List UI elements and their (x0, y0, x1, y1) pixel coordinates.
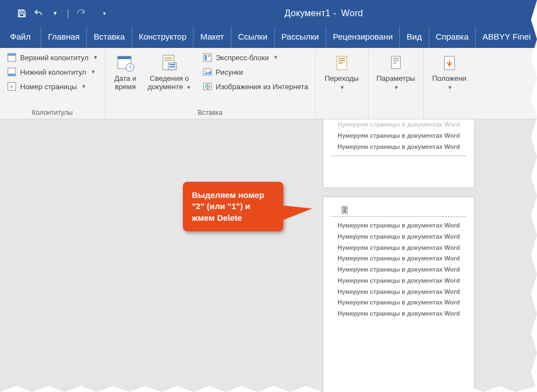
quick-parts-icon (202, 52, 212, 62)
online-picture-icon (202, 81, 212, 91)
position-button[interactable]: Положени▼ (428, 51, 471, 94)
svg-rect-16 (170, 66, 175, 67)
chevron-down-icon: ▼ (338, 85, 345, 90)
body-text: Нумеруем страницы в документах Word (323, 275, 474, 287)
svg-rect-19 (208, 55, 210, 57)
tab-mailings[interactable]: Рассылки (275, 27, 326, 48)
tab-review[interactable]: Рецензировани (326, 27, 400, 48)
svg-point-21 (205, 70, 206, 72)
page-number-value[interactable]: 2 (341, 206, 348, 214)
svg-rect-9 (118, 56, 131, 59)
svg-rect-1 (20, 14, 24, 17)
document-info-icon (160, 54, 179, 72)
date-time-button[interactable]: Дата ивремя (110, 51, 141, 94)
group-insert: Дата ивремя Сведения одокументе ▼ Экспре… (105, 48, 316, 119)
chevron-down-icon: ▼ (446, 85, 452, 90)
header-icon (7, 52, 17, 62)
page-number-field[interactable]: 2 (323, 203, 474, 216)
undo-dropdown-icon[interactable]: ▼ (49, 7, 61, 20)
body-text: Нумеруем страницы в документах Word (323, 253, 474, 264)
tab-layout[interactable]: Макет (193, 27, 231, 48)
app-name: Word (339, 8, 363, 18)
group-options: Параметры▼ (369, 48, 424, 119)
tab-references[interactable]: Ссылки (231, 27, 275, 48)
online-pictures-button[interactable]: Изображения из Интернета (200, 80, 311, 93)
body-text: Нумеруем страницы в документах Word (323, 297, 474, 308)
group-position: Положени▼ (424, 48, 475, 119)
title-bar: ▼ | ▾ Документ1 - Word (0, 0, 537, 27)
ribbon: Верхний колонтитул▼ Нижний колонтитул▼ #… (0, 48, 537, 119)
qat-separator: | (66, 8, 70, 18)
group-label: Вставка (110, 107, 311, 118)
body-text: Нумеруем страницы в документах Word (323, 220, 474, 231)
document-info-button[interactable]: Сведения одокументе ▼ (144, 51, 195, 94)
pictures-button[interactable]: Рисунки (200, 66, 311, 78)
body-text: Нумеруем страницы в документах Word (323, 287, 474, 298)
svg-text:#: # (10, 84, 13, 90)
tab-home[interactable]: Главная (41, 27, 87, 48)
annotation-callout: Выделяем номер "2" (или "1") и жмем Dele… (183, 182, 283, 231)
window-title: Документ1 - Word (110, 8, 537, 18)
position-icon (440, 54, 459, 72)
svg-rect-18 (205, 55, 207, 60)
header-button[interactable]: Верхний колонтитул▼ (4, 51, 100, 64)
footer-button[interactable]: Нижний колонтитул▼ (4, 66, 100, 78)
calendar-icon (116, 54, 135, 72)
tab-help[interactable]: Справка (429, 27, 476, 48)
svg-rect-31 (393, 62, 396, 64)
tab-view[interactable]: Вид (400, 27, 429, 48)
footer-icon (7, 67, 17, 77)
body-text: Нумеруем страницы в документах Word (323, 308, 474, 320)
tab-design[interactable]: Конструктор (132, 27, 194, 48)
document-page-1[interactable]: Нумеруем страницы в документах Word Нуме… (323, 119, 474, 187)
svg-rect-0 (20, 10, 23, 12)
quick-access-toolbar: ▼ | ▾ (0, 7, 110, 20)
body-text: Нумеруем страницы в документах Word (323, 231, 474, 243)
chevron-down-icon: ▼ (185, 85, 191, 90)
svg-rect-26 (338, 60, 345, 61)
group-navigation: Переходы▼ (316, 48, 369, 119)
redo-icon[interactable] (75, 7, 87, 20)
group-header-footer: Верхний колонтитул▼ Нижний колонтитул▼ #… (0, 48, 105, 119)
svg-rect-13 (165, 60, 172, 61)
document-name: Документ1 (284, 8, 331, 18)
annotation-text: Выделяем номер "2" (или "1") и жмем Dele… (192, 190, 264, 222)
quick-parts-button[interactable]: Экспресс-блоки▼ (200, 51, 311, 64)
document-area[interactable]: Нумеруем страницы в документах Word Нуме… (0, 119, 537, 392)
chevron-down-icon: ▼ (393, 85, 399, 90)
tab-abbyy[interactable]: ABBYY Finei (476, 27, 537, 48)
undo-icon[interactable] (32, 7, 45, 20)
group-label: Колонтитулы (4, 107, 100, 118)
save-icon[interactable] (16, 7, 28, 20)
body-text: Нумеруем страницы в документах Word (323, 142, 474, 153)
header-separator (331, 216, 466, 217)
picture-icon (202, 67, 212, 77)
tab-file[interactable]: Файл (0, 27, 41, 48)
navigation-button[interactable]: Переходы▼ (320, 51, 364, 94)
chevron-down-icon: ▼ (92, 55, 98, 60)
navigation-icon (332, 54, 351, 72)
svg-rect-3 (8, 54, 16, 56)
svg-rect-27 (338, 62, 343, 64)
body-text: Нумеруем страницы в документах Word (323, 119, 474, 130)
svg-rect-30 (393, 60, 399, 61)
chevron-down-icon: ▼ (90, 69, 96, 75)
svg-rect-29 (393, 58, 399, 59)
page-number-icon: # (7, 81, 17, 91)
chevron-down-icon: ▼ (80, 84, 86, 89)
svg-rect-15 (170, 64, 175, 65)
footer-separator (331, 156, 466, 156)
body-text: Нумеруем страницы в документах Word (323, 264, 474, 275)
document-page-2[interactable]: 2 Нумеруем страницы в документах Word Ну… (323, 197, 474, 392)
svg-rect-12 (165, 57, 172, 59)
ribbon-tabs: Файл Главная Вставка Конструктор Макет С… (0, 27, 537, 48)
body-text: Нумеруем страницы в документах Word (323, 243, 474, 254)
svg-rect-25 (338, 58, 345, 59)
page-number-button[interactable]: # Номер страницы▼ (4, 80, 100, 93)
word-window: ▼ | ▾ Документ1 - Word Файл Главная Вста… (0, 0, 537, 392)
tab-insert[interactable]: Вставка (87, 27, 132, 48)
options-icon (386, 54, 405, 72)
options-button[interactable]: Параметры▼ (373, 51, 419, 94)
qat-customize-icon[interactable]: ▾ (98, 7, 110, 20)
chevron-down-icon: ▼ (272, 55, 278, 60)
